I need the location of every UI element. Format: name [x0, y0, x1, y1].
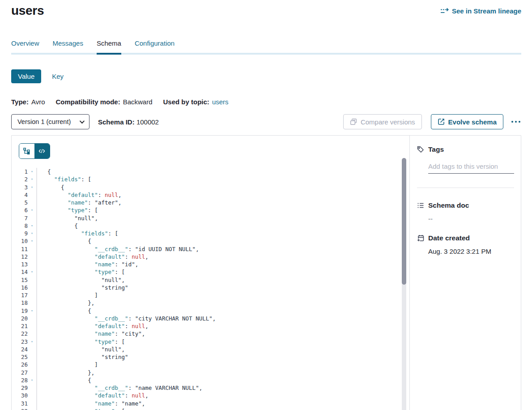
page-title: users	[11, 4, 44, 18]
schema-doc-value: --	[428, 215, 514, 222]
fold-toggle-icon[interactable]: ▾	[28, 206, 36, 214]
code-text: "__crdb__": "id UUID NOT NULL",	[37, 245, 199, 253]
view-mode-toggle	[19, 143, 50, 159]
compare-versions-button[interactable]: Compare versions	[343, 114, 422, 129]
line-number: 27	[12, 369, 28, 376]
fold-toggle-icon[interactable]: ▾	[28, 338, 36, 346]
line-number: 10	[12, 237, 28, 245]
ellipsis-dot	[519, 121, 520, 123]
code-text: "type": [	[37, 206, 98, 214]
fold-toggle-icon[interactable]: ▾	[28, 168, 36, 175]
fold-toggle-icon[interactable]: ▾	[28, 237, 36, 245]
schema-doc-title: Schema doc	[428, 201, 469, 209]
line-number: 9	[12, 230, 28, 237]
page-header: users See in Stream lineage	[11, 0, 521, 18]
code-text: {	[37, 376, 91, 384]
line-number: 14	[12, 268, 28, 276]
compatibility-value: Backward	[123, 98, 153, 106]
fold-spacer	[28, 353, 36, 361]
code-line: 5 "name": "after",	[12, 199, 409, 206]
list-icon	[417, 202, 424, 209]
line-number: 29	[12, 384, 28, 392]
code-text: },	[37, 299, 94, 307]
fold-toggle-icon[interactable]: ▾	[28, 184, 36, 191]
line-number: 19	[12, 307, 28, 315]
tab-schema[interactable]: Schema	[97, 39, 121, 55]
value-toggle-button[interactable]: Value	[11, 69, 41, 83]
code-text: "name": "after",	[37, 199, 122, 206]
schema-id-label: Schema ID:	[98, 118, 135, 126]
compare-versions-label: Compare versions	[361, 118, 415, 126]
ellipsis-dot	[511, 121, 513, 123]
tree-view-icon	[23, 148, 30, 155]
line-number: 13	[12, 261, 28, 268]
schema-panel: 1▾{2▾ "fields": [3▾ {4 "default": null,5…	[11, 135, 521, 410]
fold-spacer	[28, 369, 36, 376]
scrollbar-track[interactable]	[402, 158, 406, 410]
tab-bar: Overview Messages Schema Configuration	[11, 39, 521, 55]
fold-toggle-icon[interactable]: ▾	[28, 307, 36, 315]
type-value: Avro	[31, 98, 45, 106]
code-text: "__crdb__": "city VARCHAR NOT NULL",	[37, 315, 216, 322]
fold-toggle-icon[interactable]: ▾	[28, 407, 36, 410]
tab-overview[interactable]: Overview	[11, 39, 39, 53]
see-in-stream-lineage-link[interactable]: See in Stream lineage	[440, 7, 521, 15]
key-toggle-link[interactable]: Key	[52, 73, 64, 80]
code-text: {	[37, 222, 78, 230]
code-text: "null",	[37, 276, 125, 284]
version-dropdown[interactable]: Version 1 (current)	[11, 114, 89, 129]
schema-doc-section-header: Schema doc	[417, 201, 514, 209]
fold-spacer	[28, 384, 36, 392]
code-text: ]	[37, 291, 98, 299]
code-line: 10▾ {	[12, 237, 409, 245]
line-number: 24	[12, 346, 28, 353]
code-text: "default": null,	[37, 392, 149, 399]
code-line: 24 "null",	[12, 346, 409, 353]
code-text: "__crdb__": "name VARCHAR NULL",	[37, 384, 202, 392]
code-text: ]	[37, 361, 98, 368]
fold-spacer	[28, 330, 36, 337]
code-text: "type": [	[37, 338, 125, 346]
code-line: 11 "__crdb__": "id UUID NOT NULL",	[12, 245, 409, 253]
code-line: 32▾ "type": [	[12, 407, 409, 410]
fold-toggle-icon[interactable]: ▾	[28, 175, 36, 183]
fold-spacer	[28, 361, 36, 368]
fold-spacer	[28, 291, 36, 299]
code-text: {	[37, 307, 91, 315]
code-line: 3▾ {	[12, 184, 409, 191]
fold-toggle-icon[interactable]: ▾	[28, 230, 36, 237]
code-line: 22 "name": "city",	[12, 330, 409, 337]
code-view-icon	[38, 148, 46, 155]
code-view-button[interactable]	[34, 144, 50, 158]
code-text: "string"	[37, 353, 128, 361]
line-number: 31	[12, 400, 28, 407]
tab-configuration[interactable]: Configuration	[135, 39, 174, 53]
fold-spacer	[28, 400, 36, 407]
fold-toggle-icon[interactable]: ▾	[28, 222, 36, 230]
tree-view-button[interactable]	[19, 144, 34, 158]
code-line: 25 "string"	[12, 353, 409, 361]
code-line: 12 "default": null,	[12, 253, 409, 261]
code-line: 16 "string"	[12, 284, 409, 291]
code-line: 20 "__crdb__": "city VARCHAR NOT NULL",	[12, 315, 409, 322]
code-line: 28▾ {	[12, 376, 409, 384]
topic-link[interactable]: users	[212, 98, 229, 106]
line-number: 8	[12, 222, 28, 230]
fold-toggle-icon[interactable]: ▾	[28, 376, 36, 384]
evolve-schema-button[interactable]: Evolve schema	[431, 114, 503, 129]
fold-toggle-icon[interactable]: ▾	[28, 268, 36, 276]
line-number: 7	[12, 214, 28, 222]
edit-icon	[438, 118, 445, 125]
more-actions-button[interactable]	[511, 118, 521, 125]
tab-messages[interactable]: Messages	[53, 39, 83, 53]
version-dropdown-value: Version 1 (current)	[17, 118, 71, 125]
compatibility-label: Compatibility mode:	[55, 98, 120, 106]
fold-spacer	[28, 214, 36, 222]
line-number: 22	[12, 330, 28, 337]
add-tags-input[interactable]	[428, 162, 514, 174]
code-line: 1▾{	[12, 168, 409, 175]
fold-spacer	[28, 276, 36, 284]
code-text: "name": "id",	[37, 261, 138, 268]
code-line: 15 "null",	[12, 276, 409, 284]
scrollbar-thumb[interactable]	[402, 158, 406, 285]
